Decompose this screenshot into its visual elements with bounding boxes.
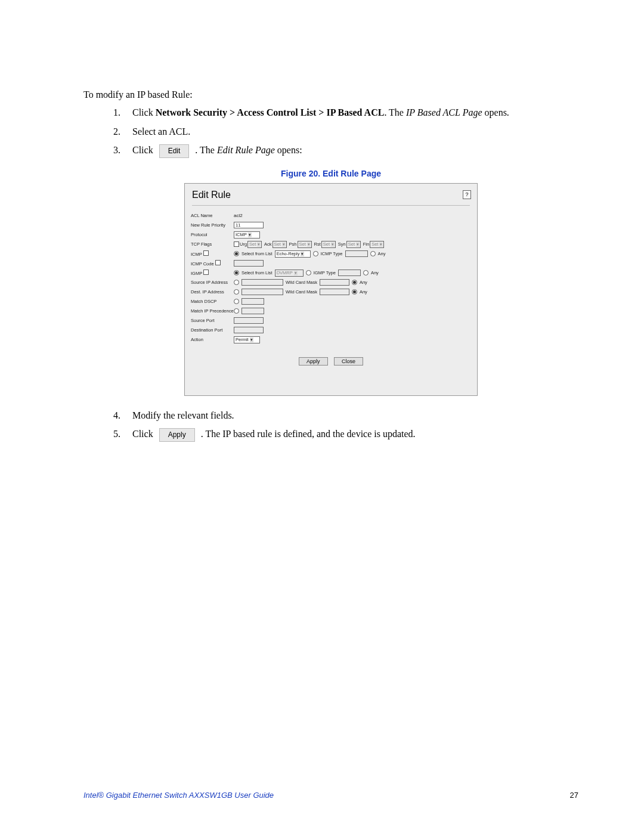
radio-igmp-type[interactable] — [306, 270, 311, 275]
label-src-wild: Wild Card Mask — [286, 280, 317, 285]
edit-rule-panel: Edit Rule ? ACL Name acl2 New Rule Prior… — [184, 183, 478, 396]
label-tcp-flags: TCP Flags — [191, 241, 234, 247]
label-select-from-list-1: Select from List — [242, 251, 273, 256]
select-rst[interactable]: Set — [321, 241, 336, 248]
inline-edit-button: Edit — [159, 144, 190, 157]
input-ip-prec[interactable] — [242, 308, 264, 314]
checkbox-icmp-code[interactable] — [215, 260, 221, 265]
label-dst-ip: Dest. IP Address — [191, 289, 234, 295]
input-dst-wild[interactable] — [320, 289, 349, 295]
step-2-num: 2. — [113, 125, 128, 138]
footer-title: Intel® Gigabit Ethernet Switch AXXSW1GB … — [83, 791, 274, 800]
label-dst-wild: Wild Card Mask — [286, 289, 317, 295]
input-src-ip[interactable] — [242, 279, 283, 286]
inline-apply-button: Apply — [159, 428, 195, 441]
radio-src-ip-any[interactable] — [352, 280, 357, 285]
checkbox-icmp[interactable] — [203, 250, 209, 256]
step-5-num: 5. — [113, 428, 128, 441]
step-1-bold: Network Security > Access Control List >… — [156, 107, 385, 117]
radio-igmp-any[interactable] — [363, 270, 369, 275]
label-urg: Urg — [240, 241, 247, 247]
step-5-body: Click Apply . The IP based rule is defin… — [132, 428, 578, 441]
select-fin[interactable]: Set — [370, 241, 384, 248]
select-action[interactable]: Permit — [234, 336, 260, 343]
step-1-mid: . The — [384, 107, 406, 117]
label-fin: Fin — [363, 241, 369, 247]
figure-caption: Figure 20. Edit Rule Page — [83, 169, 578, 178]
step-1-num: 1. — [113, 106, 128, 119]
page-number: 27 — [570, 791, 578, 800]
step-3-italic: Edit Rule Page — [217, 145, 275, 155]
step-4-num: 4. — [113, 409, 128, 422]
select-syn[interactable]: Set — [346, 241, 361, 248]
radio-icmp-selectlist[interactable] — [234, 251, 239, 256]
label-src-port: Source Port — [191, 318, 234, 323]
value-acl-name: acl2 — [234, 213, 243, 218]
label-src-ip-any: Any — [360, 280, 367, 285]
step-3-pre: Click — [132, 145, 156, 155]
label-protocol: Protocol — [191, 232, 234, 237]
label-dst-port: Destination Port — [191, 327, 234, 333]
intro-text: To modify an IP based Rule: — [83, 89, 578, 100]
input-icmp-type[interactable] — [345, 250, 368, 257]
step-3-mid: . The — [193, 145, 217, 155]
panel-divider — [192, 205, 470, 206]
input-dst-port[interactable] — [234, 327, 264, 333]
label-igmp: IGMP — [191, 271, 202, 276]
apply-button[interactable]: Apply — [299, 357, 328, 366]
label-acl-name: ACL Name — [191, 213, 234, 218]
checkbox-igmp[interactable] — [203, 270, 209, 275]
label-dst-ip-any: Any — [360, 289, 367, 295]
step-1-pre: Click — [132, 107, 156, 117]
label-ack: Ack — [264, 241, 272, 247]
step-4-body: Modify the relevant fields. — [132, 409, 578, 422]
radio-ip-prec[interactable] — [234, 308, 239, 314]
step-2-body: Select an ACL. — [132, 125, 578, 138]
label-igmp-any: Any — [371, 270, 379, 275]
select-psh[interactable]: Set — [298, 241, 312, 248]
label-rst: Rst — [314, 241, 321, 247]
step-5-pre: Click — [132, 429, 156, 439]
step-3-post: opens: — [275, 145, 302, 155]
input-dscp[interactable] — [242, 298, 264, 305]
radio-dscp[interactable] — [234, 299, 239, 304]
radio-icmp-type[interactable] — [313, 251, 318, 256]
label-igmp-type: IGMP Type — [314, 270, 336, 275]
input-src-port[interactable] — [234, 317, 264, 324]
radio-dst-ip-val[interactable] — [234, 289, 239, 295]
label-icmp-any: Any — [378, 251, 386, 256]
label-syn: Syn — [338, 241, 346, 247]
select-igmp-list[interactable]: DVMRP — [275, 270, 304, 277]
label-ip-prec: Match IP Precedence — [191, 308, 234, 314]
step-1-italic: IP Based ACL Page — [406, 107, 482, 117]
close-button[interactable]: Close — [334, 357, 363, 366]
panel-title: Edit Rule — [192, 190, 231, 200]
label-icmp: ICMP — [191, 252, 202, 257]
select-ack[interactable]: Set — [273, 241, 287, 248]
select-icmp-list[interactable]: Echo-Reply — [275, 250, 311, 258]
label-psh: Psh — [289, 241, 297, 247]
label-select-from-list-2: Select from List — [242, 270, 273, 275]
select-protocol[interactable]: ICMP — [234, 231, 260, 239]
label-dscp: Match DSCP — [191, 299, 234, 304]
input-dst-ip[interactable] — [242, 289, 283, 295]
checkbox-urg[interactable] — [234, 241, 239, 247]
input-src-wild[interactable] — [320, 279, 349, 286]
label-src-ip: Source IP Address — [191, 280, 234, 285]
select-urg[interactable]: Set — [247, 241, 262, 248]
input-icmp-code[interactable] — [234, 260, 264, 267]
input-priority[interactable]: 11 — [234, 222, 264, 228]
radio-igmp-selectlist[interactable] — [234, 270, 239, 275]
label-icmp-code: ICMP Code — [191, 261, 214, 267]
label-action: Action — [191, 337, 234, 342]
radio-src-ip-val[interactable] — [234, 280, 239, 285]
step-1-body: Click Network Security > Access Control … — [132, 106, 578, 119]
step-3-num: 3. — [113, 144, 128, 157]
radio-dst-ip-any[interactable] — [352, 289, 357, 295]
help-icon[interactable]: ? — [463, 190, 471, 199]
input-igmp-type[interactable] — [338, 270, 361, 276]
step-3-body: Click Edit . The Edit Rule Page opens: — [132, 144, 578, 157]
step-5-post: . The IP based rule is defined, and the … — [199, 429, 416, 439]
radio-icmp-any[interactable] — [370, 251, 376, 256]
label-priority: New Rule Priority — [191, 222, 234, 228]
